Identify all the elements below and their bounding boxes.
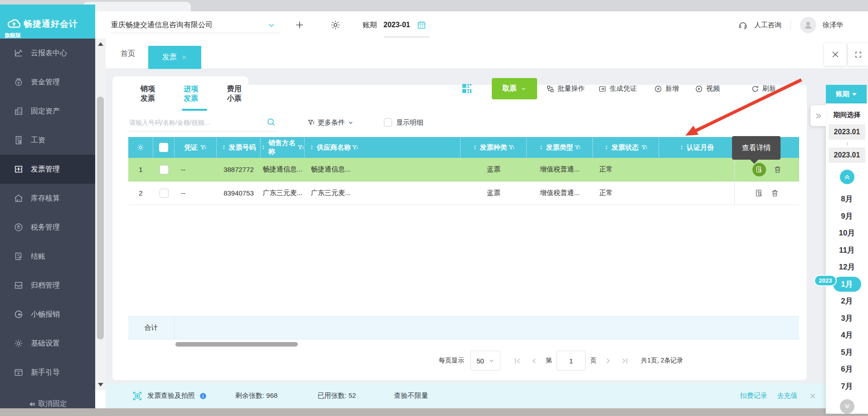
fee-record-link[interactable]: 扣费记录 [740,392,767,400]
recharge-link[interactable]: 去充值 [777,392,797,400]
month-item[interactable]: 7月 [826,378,868,395]
select-all-header[interactable] [153,137,175,158]
more-filters-button[interactable]: 更多条件 [307,116,354,129]
first-page-icon[interactable] [513,357,522,365]
per-page-select[interactable]: 50 [470,351,500,371]
row-checkbox[interactable] [160,165,169,174]
month-item[interactable]: 6月 [826,361,868,378]
last-page-icon[interactable] [621,357,629,365]
add-account-icon[interactable] [295,20,305,30]
period-value[interactable]: 2023-01 [383,21,410,29]
info-icon[interactable] [199,392,207,400]
fullscreen-button[interactable] [848,43,868,66]
row-checkbox[interactable] [160,189,169,198]
close-page-button[interactable] [824,43,846,66]
sidebar-item-reimburse[interactable]: 小畅报销 [0,300,95,329]
range-end[interactable]: 2023.01 [829,147,865,163]
settings-gear-icon[interactable] [330,20,341,30]
month-item[interactable]: 8月 [826,191,868,208]
sort-icon[interactable] [221,144,227,151]
sidebar-item-archive[interactable]: 归档管理 [0,271,95,300]
sort-icon[interactable] [472,144,478,151]
view-detail-button[interactable] [752,163,766,176]
month-item[interactable]: 4月 [826,327,868,344]
month-item[interactable]: 2月 [826,293,868,310]
sidebar-item-beginner-guide[interactable]: 新手引导 [0,358,95,387]
sidebar-scrollbar[interactable] [95,39,106,390]
filter-funnel-icon[interactable] [297,144,304,151]
range-start[interactable]: 2023.01 [829,124,865,140]
scrollbar-thumb[interactable] [97,97,104,339]
sidebar-item-tax[interactable]: 税务管理 [0,213,95,242]
next-page-icon[interactable] [604,357,612,365]
column-settings-header[interactable] [128,137,153,158]
search-icon[interactable] [266,117,276,127]
search-input[interactable] [128,113,278,132]
filter-funnel-icon[interactable] [641,144,648,151]
scroll-down-arrow[interactable] [98,383,103,387]
sidebar-item-salary[interactable]: 工资 [0,126,95,155]
filter-funnel-icon[interactable] [200,144,207,151]
tab-home[interactable]: 首页 [121,39,135,69]
prev-page-icon[interactable] [530,357,538,365]
get-ticket-button[interactable]: 取票 [492,78,537,99]
headset-icon[interactable] [738,20,748,30]
sort-icon[interactable] [261,144,266,151]
calendar-icon[interactable] [417,20,427,30]
scroll-months-up-button[interactable] [840,170,854,184]
month-item[interactable]: 5月 [826,344,868,361]
avatar[interactable] [800,17,816,33]
filter-funnel-icon[interactable] [508,144,515,151]
header-voucher[interactable]: 凭证 [175,137,217,158]
row-select[interactable] [153,181,175,205]
add-button[interactable]: 新增 [654,78,679,99]
company-select[interactable]: 重庆畅捷交通信息咨询有限公司 [111,11,213,39]
sidebar-item-fixed-assets[interactable]: 固定资产 [0,97,95,126]
dismiss-bar-icon[interactable] [809,392,816,400]
sidebar-item-inventory[interactable]: 库存核算 [0,184,95,213]
month-item[interactable]: 9月 [826,208,868,225]
view-detail-icon[interactable] [755,189,763,197]
collapse-panel-button[interactable] [810,105,826,126]
header-supplier[interactable]: 供应商名称 [305,137,461,158]
company-chevron-down-icon[interactable] [267,21,276,29]
sidebar-item-invoice-management[interactable]: 发票管理 [0,155,95,184]
show-detail-checkbox[interactable] [384,118,392,127]
header-type[interactable]: 发票类型 [527,137,593,158]
filter-funnel-icon[interactable] [574,144,581,151]
horizontal-scrollbar-thumb[interactable] [175,342,298,347]
month-item[interactable]: 11月 [826,242,868,259]
subtab-sales-invoices[interactable]: 销项发票 [141,84,162,103]
delete-icon[interactable] [771,189,779,197]
username[interactable]: 徐泽华 [823,21,843,29]
period-panel-button[interactable]: 账期 [826,85,867,103]
qr-scan-icon[interactable] [460,82,474,95]
sidebar-item-cloud-reports[interactable]: 云报表中心 [0,39,95,68]
filter-funnel-icon[interactable] [352,144,359,151]
sidebar-item-closing[interactable]: 结账 [0,242,95,271]
scroll-up-arrow[interactable] [98,42,103,46]
cell-invoice-no[interactable]: 38872772 [217,158,261,181]
month-item[interactable]: 3月 [826,310,868,327]
sort-icon[interactable] [679,144,684,151]
header-seller[interactable]: 销售方名称 [261,137,305,158]
batch-actions-button[interactable]: 批量操作 [546,78,585,99]
unpin-sidebar-button[interactable]: 取消固定 [0,399,95,409]
sidebar-item-basic-settings[interactable]: 基础设置 [0,329,95,358]
scroll-months-down-button[interactable] [840,399,854,414]
refresh-button[interactable]: 刷新 [751,78,776,99]
show-detail-toggle[interactable]: 显示明细 [384,116,423,129]
generate-voucher-button[interactable]: 生成凭证 [598,78,637,99]
cell-invoice-no[interactable]: 83940753 [217,181,261,205]
video-button[interactable]: 视频 [695,78,720,99]
delete-icon[interactable] [773,165,782,174]
sort-icon[interactable] [604,144,609,151]
month-item[interactable]: 12月 [826,259,868,276]
sidebar-item-funds[interactable]: 资金管理 [0,68,95,97]
select-all-checkbox[interactable] [159,143,168,152]
support-link[interactable]: 人工咨询 [754,21,781,29]
row-select[interactable] [153,158,175,181]
month-item[interactable]: 10月 [826,225,868,242]
subtab-input-invoices[interactable]: 进项发票 [184,84,205,103]
header-kind[interactable]: 发票种类 [461,137,527,158]
